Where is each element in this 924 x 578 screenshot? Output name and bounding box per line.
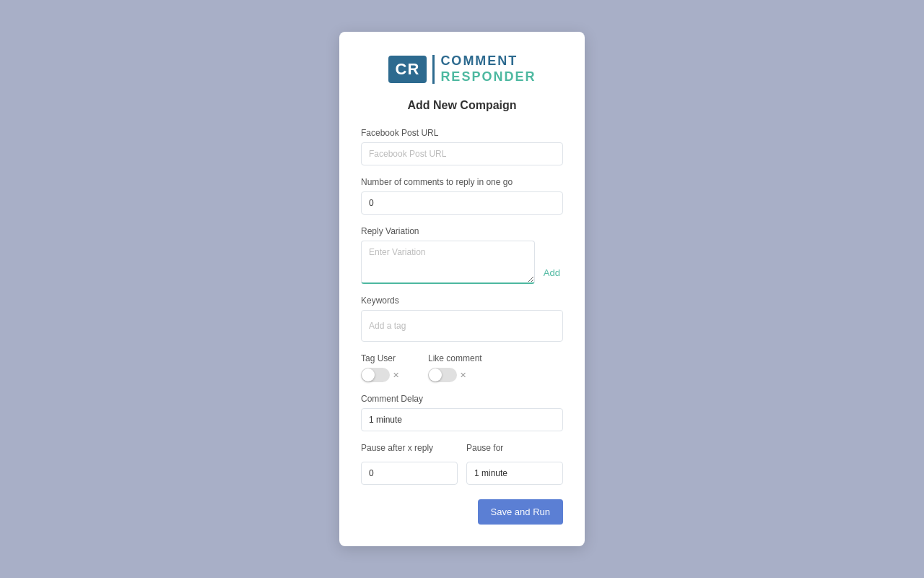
comments-input[interactable] (361, 191, 563, 215)
logo-divider (432, 55, 435, 84)
comment-delay-group: Comment Delay 1 minute 2 minutes 5 minut… (361, 394, 563, 431)
reply-variation-row: Add (361, 241, 563, 284)
pause-for-col: Pause for 1 minute 2 minutes 5 minutes (466, 443, 563, 485)
logo-area: CR COMMENT RESPONDER (361, 53, 563, 85)
logo-comment: COMMENT (440, 53, 536, 69)
like-comment-group: Like comment ✕ (428, 353, 482, 382)
tag-user-toggle-x: ✕ (393, 371, 399, 380)
save-run-button[interactable]: Save and Run (478, 499, 563, 525)
tag-user-toggle-thumb (362, 368, 375, 381)
modal-container: CR COMMENT RESPONDER Add New Compaign Fa… (339, 32, 585, 546)
pause-for-label: Pause for (466, 443, 563, 453)
logo-text: COMMENT RESPONDER (440, 53, 536, 85)
tag-user-group: Tag User ✕ (361, 353, 399, 382)
page-title: Add New Compaign (361, 99, 563, 112)
pause-after-label: Pause after x reply (361, 443, 458, 453)
reply-variation-group: Reply Variation Add (361, 226, 563, 284)
tag-user-toggle-container[interactable]: ✕ (361, 368, 399, 382)
pause-after-input[interactable] (361, 462, 458, 485)
like-comment-label: Like comment (428, 353, 482, 363)
comments-group: Number of comments to reply in one go (361, 177, 563, 215)
pause-for-select[interactable]: 1 minute 2 minutes 5 minutes (466, 462, 563, 485)
tag-user-label: Tag User (361, 353, 399, 363)
facebook-url-group: Facebook Post URL (361, 128, 563, 165)
facebook-url-label: Facebook Post URL (361, 128, 563, 138)
add-variation-button[interactable]: Add (541, 264, 563, 281)
keywords-input[interactable] (361, 310, 563, 342)
pause-row: Pause after x reply Pause for 1 minute 2… (361, 443, 563, 485)
footer-area: Save and Run (361, 499, 563, 525)
tag-user-toggle-track[interactable] (361, 368, 390, 382)
like-comment-toggle-x: ✕ (460, 371, 466, 380)
variation-textarea[interactable] (361, 241, 535, 284)
comment-delay-select[interactable]: 1 minute 2 minutes 5 minutes (361, 408, 563, 431)
logo-responder: RESPONDER (440, 69, 536, 85)
toggles-row: Tag User ✕ Like comment ✕ (361, 353, 563, 382)
pause-after-col: Pause after x reply (361, 443, 458, 485)
reply-variation-label: Reply Variation (361, 226, 563, 236)
comments-label: Number of comments to reply in one go (361, 177, 563, 187)
like-comment-toggle-thumb (429, 368, 442, 381)
like-comment-toggle-container[interactable]: ✕ (428, 368, 482, 382)
like-comment-toggle-track[interactable] (428, 368, 457, 382)
keywords-group: Keywords (361, 296, 563, 342)
comment-delay-label: Comment Delay (361, 394, 563, 404)
facebook-url-input[interactable] (361, 142, 563, 165)
keywords-label: Keywords (361, 296, 563, 306)
logo-cr: CR (388, 56, 427, 83)
